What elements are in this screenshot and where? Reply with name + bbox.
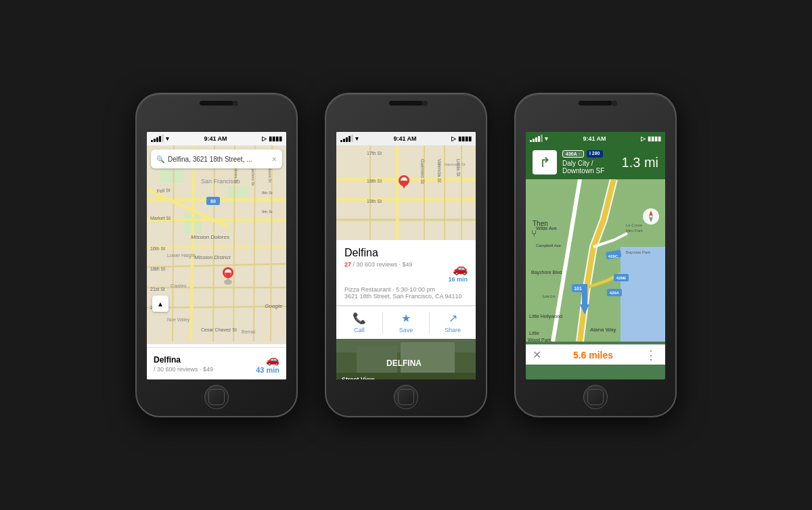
phones-container: ▾ 9:41 AM ▷ ▮▮▮▮ — [135, 93, 677, 417]
wifi-icon: ▾ — [166, 135, 169, 142]
svg-text:Little: Little — [529, 331, 539, 335]
highway-badge-430a: 430A ↑ — [562, 150, 584, 158]
status-bar-2: ▾ 9:41 AM ▷ ▮▮▮▮ — [336, 132, 476, 145]
phone-map-screen: ▾ 9:41 AM ▷ ▮▮▮▮ — [147, 132, 286, 379]
rating-row: / 30 600 reviews · $49 — [154, 366, 213, 373]
save-label: Save — [399, 327, 413, 333]
svg-text:Mission Dolores: Mission Dolores — [191, 234, 229, 240]
map-area[interactable]: 80 Mission District Mission Dolores San … — [147, 145, 286, 344]
svg-text:101: 101 — [574, 286, 582, 291]
battery-icon-1: ▮▮▮▮ — [269, 135, 282, 142]
svg-rect-43 — [336, 145, 476, 240]
restaurant-type: Pizza Restaurant · 5:30-10:00 pm — [344, 286, 468, 293]
svg-text:Castro: Castro — [171, 283, 187, 289]
google-watermark: Google — [265, 303, 282, 309]
detail-rating-num: 27 — [344, 261, 351, 268]
detail-rating-sep: / 30 — [353, 261, 363, 268]
restaurant-address: 3621 18th Street, San Francisco, CA 9411… — [344, 293, 468, 300]
street-view-label: Street View — [342, 376, 374, 379]
search-query: Delfina, 3621 18th Street, ... — [168, 156, 268, 163]
nav-destination: Daly City / Downtown SF — [562, 160, 616, 175]
reviews-count: 600 reviews · $49 — [166, 366, 214, 373]
svg-text:Little Hollywood: Little Hollywood — [529, 314, 562, 319]
action-buttons: 📞 Call ★ Save ↗ Share — [336, 306, 476, 339]
nav-map-area[interactable]: 101 429C 429B 429A Wilde Ave Campbell Av… — [526, 179, 665, 344]
nav-bottom-bar: ✕ 5.6 miles ⋮ — [526, 344, 665, 365]
svg-text:Campbell Ave: Campbell Ave — [536, 244, 562, 248]
home-button-2[interactable] — [394, 385, 418, 409]
svg-text:Wood Park: Wood Park — [528, 338, 551, 342]
svg-text:429B: 429B — [616, 276, 627, 280]
home-button-1[interactable] — [204, 385, 229, 409]
svg-text:Los Ln: Los Ln — [543, 294, 555, 298]
nav-total-miles: 5.6 miles — [573, 350, 613, 361]
detail-reviews: 603 reviews · $49 — [365, 261, 413, 268]
svg-text:Market St: Market St — [150, 216, 171, 221]
phone-map: ▾ 9:41 AM ▷ ▮▮▮▮ — [135, 93, 298, 417]
svg-text:21st St: 21st St — [150, 287, 165, 292]
svg-text:Le Conte: Le Conte — [626, 223, 643, 227]
status-bar-1: ▾ 9:41 AM ▷ ▮▮▮▮ — [147, 132, 286, 145]
clear-search-button[interactable]: ✕ — [271, 156, 277, 163]
svg-text:Guerrero St: Guerrero St — [420, 159, 425, 184]
save-button[interactable]: ★ Save — [383, 312, 429, 333]
svg-text:Cesar Chavez St: Cesar Chavez St — [201, 327, 237, 332]
call-button[interactable]: 📞 Call — [336, 312, 382, 333]
then-fork-icon: ⑂ — [531, 228, 537, 239]
location-name: Delfina — [154, 355, 213, 365]
nav-close-button[interactable]: ✕ — [533, 348, 541, 361]
svg-text:19th St: 19th St — [367, 199, 382, 204]
svg-text:9th St: 9th St — [262, 210, 273, 214]
location-card[interactable]: Delfina / 30 600 reviews · $49 🚗 43 min — [147, 347, 286, 379]
drive-time: 43 min — [256, 366, 279, 374]
call-label: Call — [354, 327, 365, 333]
svg-text:Noe Valley: Noe Valley — [167, 317, 190, 323]
share-button[interactable]: ↗ Share — [430, 312, 476, 333]
location-icon-3: ▷ — [641, 135, 646, 142]
svg-text:Bernal: Bernal — [242, 329, 256, 334]
battery-icon-2: ▮▮▮▮ — [458, 135, 472, 142]
rating-total: 30 — [157, 366, 164, 373]
nav-more-button[interactable]: ⋮ — [645, 348, 658, 363]
svg-text:16th St: 16th St — [150, 246, 165, 251]
car-icon-2: 🚗 — [448, 261, 468, 276]
share-icon: ↗ — [449, 312, 457, 325]
home-button-inner-3 — [587, 389, 604, 405]
phone-icon: 📞 — [353, 312, 366, 325]
svg-text:Linda St: Linda St — [456, 159, 461, 177]
photos-section: DELFINA Street View — [336, 339, 476, 379]
wifi-icon-3: ▾ — [545, 135, 548, 142]
detail-drive-block: 🚗 16 min — [448, 261, 468, 283]
map-svg: 80 Mission District Mission Dolores San … — [147, 145, 286, 342]
street-view-block[interactable]: DELFINA Street View — [336, 339, 476, 379]
then-label: Then — [533, 220, 548, 227]
nav-map-svg: 101 429C 429B 429A Wilde Ave Campbell Av… — [526, 179, 665, 342]
svg-text:DELFINA: DELFINA — [386, 358, 422, 368]
svg-text:18th St: 18th St — [150, 266, 165, 271]
svg-text:Alana Way: Alana Way — [590, 327, 616, 333]
svg-text:80: 80 — [210, 199, 216, 204]
svg-text:Valencia St: Valencia St — [437, 159, 442, 183]
wifi-icon-2: ▾ — [355, 135, 359, 142]
phone-nav-screen: ▾ 9:41 AM ▷ ▮▮▮▮ ↱ 430A ↑ I 280 Daly Cit… — [526, 132, 665, 379]
detail-rating: 27 / 30 603 reviews · $49 — [344, 261, 413, 268]
restaurant-name: Delfina — [344, 247, 468, 259]
street-view-svg: DELFINA — [336, 339, 476, 379]
svg-rect-2 — [228, 186, 248, 200]
svg-text:18th St: 18th St — [367, 179, 382, 183]
svg-text:17th St: 17th St — [367, 151, 382, 156]
detail-map-svg: 17th St 18th St 19th St Valencia St Guer… — [336, 145, 476, 240]
detail-info-card: Delfina 27 / 30 603 reviews · $49 🚗 16 m… — [336, 240, 476, 306]
phone-detail: ▾ 9:41 AM ▷ ▮▮▮▮ — [325, 93, 487, 417]
turn-right-icon: ↱ — [533, 150, 557, 175]
map-search-bar[interactable]: 🔍 Delfina, 3621 18th Street, ... ✕ — [151, 149, 282, 168]
compass-button[interactable]: ▲ — [152, 296, 168, 312]
nav-header: ↱ 430A ↑ I 280 Daly City / Downtown SF 1… — [526, 145, 665, 179]
share-label: Share — [445, 327, 461, 333]
detail-map-preview[interactable]: 17th St 18th St 19th St Valencia St Guer… — [336, 145, 476, 240]
home-button-inner-1 — [208, 389, 225, 405]
home-button-3[interactable] — [583, 385, 608, 409]
battery-icon-3: ▮▮▮▮ — [648, 135, 661, 142]
svg-text:Mini Park: Mini Park — [626, 229, 644, 233]
home-button-inner-2 — [398, 389, 414, 405]
